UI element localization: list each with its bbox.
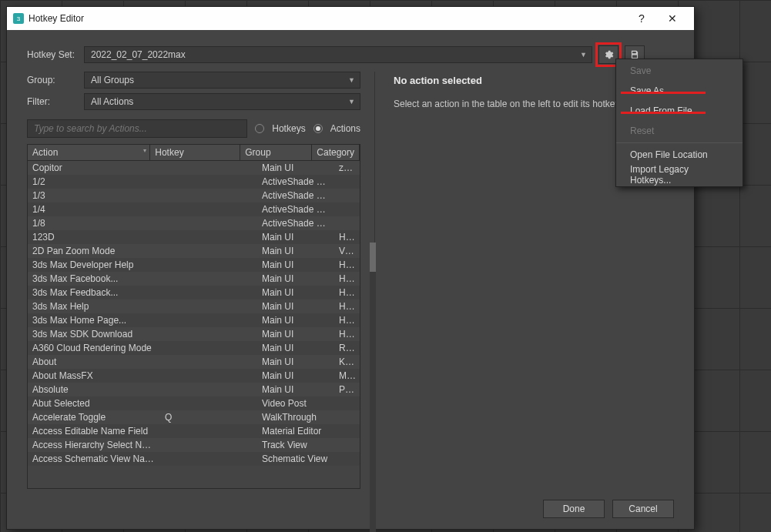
done-button[interactable]: Done (543, 500, 605, 518)
menu-separator (616, 142, 743, 143)
cell-group: ActiveShade Fra... (257, 190, 334, 201)
table-header: Action▾ Hotkey Group Category (28, 145, 360, 161)
actions-radio[interactable] (313, 124, 323, 133)
cell-category: Help (334, 232, 360, 243)
cell-action: 1/2 (28, 176, 160, 187)
menu-save-as[interactable]: Save As... (616, 81, 743, 101)
table-row[interactable]: Abut SelectedVideo Post (28, 396, 360, 410)
col-group[interactable]: Group (240, 145, 312, 160)
cell-category: MassFX (334, 370, 360, 381)
cell-group: Main UI (257, 162, 334, 173)
table-row[interactable]: Access Hierarchy Select Name FieldTrack … (28, 438, 360, 452)
cell-action: 3ds Max Help (28, 301, 160, 312)
cell-action: Access Editable Name Field (28, 426, 160, 437)
filter-dropdown[interactable]: All Actions ▼ (84, 93, 360, 110)
menu-open-file-location[interactable]: Open File Location (616, 145, 743, 165)
close-button[interactable]: ✕ (657, 12, 688, 25)
group-dropdown[interactable]: All Groups ▼ (84, 72, 360, 89)
table-row[interactable]: AboutMain UIKstudio (28, 355, 360, 369)
cell-action: 1/3 (28, 190, 160, 201)
table-row[interactable]: 3ds Max Home Page...Main UIHelp (28, 313, 360, 327)
sort-icon: ▾ (143, 147, 146, 154)
hotkeys-radio-label: Hotkeys (272, 123, 305, 134)
table-row[interactable]: Accelerate ToggleQWalkThrough (28, 410, 360, 424)
cell-action: 123D (28, 232, 160, 243)
hotkey-set-dropdown[interactable]: 2022_02_07_2022max ▼ (84, 46, 592, 63)
cell-action: About (28, 356, 160, 367)
cell-action: 3ds Max Developer Help (28, 259, 160, 270)
table-body[interactable]: CopitorMain UIzOffTy To1/2ActiveShade Fr… (28, 161, 360, 488)
cell-group: ActiveShade Fra... (257, 176, 334, 187)
filter-value: All Actions (91, 96, 133, 107)
table-row[interactable]: 1/3ActiveShade Fra... (28, 189, 360, 202)
cell-action: Access Hierarchy Select Name Field (28, 440, 160, 450)
cell-group: ActiveShade Fra... (257, 218, 334, 229)
cell-action: Copitor (28, 162, 160, 173)
cell-category: Help (334, 273, 360, 284)
table-row[interactable]: 1/2ActiveShade Fra... (28, 175, 360, 189)
cancel-button[interactable]: Cancel (612, 500, 674, 518)
red-underline-annotation (621, 92, 706, 94)
cell-group: Main UI (257, 301, 334, 312)
cell-category: Help (334, 259, 360, 270)
table-row[interactable]: A360 Cloud Rendering ModeMain UIRender (28, 341, 360, 355)
col-category[interactable]: Category (312, 145, 360, 160)
cell-group: ActiveShade Fra... (257, 204, 334, 215)
cell-group: Main UI (257, 343, 334, 353)
cell-action: 1/4 (28, 204, 160, 215)
group-value: All Groups (91, 75, 134, 85)
cell-group: Main UI (257, 287, 334, 298)
help-button[interactable]: ? (626, 12, 657, 25)
cell-group: WalkThrough (257, 412, 334, 423)
app-icon: 3 (13, 13, 24, 24)
hotkeys-radio[interactable] (255, 124, 264, 133)
table-row[interactable]: 1/4ActiveShade Fra... (28, 202, 360, 216)
cell-category: Parameter (334, 384, 360, 395)
filter-label: Filter: (27, 96, 78, 107)
table-row[interactable]: Access Editable Name FieldMaterial Edito… (28, 424, 360, 438)
menu-reset: Reset (616, 121, 743, 141)
table-row[interactable]: 3ds Max Developer HelpMain UIHelp (28, 258, 360, 272)
table-row[interactable]: 1/8ActiveShade Fra... (28, 216, 360, 230)
table-row[interactable]: 2D Pan Zoom ModeMain UIViews (28, 244, 360, 258)
table-row[interactable]: 3ds Max Facebook...Main UIHelp (28, 272, 360, 286)
cell-action: About MassFX (28, 370, 160, 381)
search-input[interactable] (27, 119, 247, 138)
table-row[interactable]: Access Schematic View Name FieldSchemati… (28, 452, 360, 466)
hotkey-set-value: 2022_02_07_2022max (91, 49, 186, 60)
col-action[interactable]: Action▾ (28, 145, 150, 160)
cell-group: Video Post (257, 398, 334, 409)
table-row[interactable]: 3ds Max SDK DownloadMain UIHelp (28, 327, 360, 341)
window-title: Hotkey Editor (28, 13, 626, 24)
cell-group: Material Editor (257, 426, 334, 437)
hotkey-set-label: Hotkey Set: (27, 49, 78, 60)
cell-action: 3ds Max Home Page... (28, 315, 160, 326)
cell-action: 3ds Max Facebook... (28, 273, 160, 284)
table-row[interactable]: CopitorMain UIzOffTy To (28, 161, 360, 175)
actions-radio-label: Actions (330, 123, 360, 134)
cell-category: Kstudio (334, 356, 360, 367)
cell-group: Main UI (257, 370, 334, 381)
table-row[interactable]: 3ds Max Feedback...Main UIHelp (28, 286, 360, 299)
table-row[interactable]: 123DMain UIHelp (28, 230, 360, 244)
menu-import-legacy[interactable]: Import Legacy Hotkeys... (616, 165, 743, 185)
cell-group: Main UI (257, 356, 334, 367)
cell-hotkey: Q (160, 412, 257, 423)
cell-category: Render (334, 343, 360, 353)
chevron-down-icon: ▼ (348, 98, 355, 105)
actions-table: Action▾ Hotkey Group Category CopitorMai… (27, 144, 360, 489)
cell-action: 1/8 (28, 218, 160, 229)
cell-category: Help (334, 329, 360, 340)
hotkey-editor-dialog: 3 Hotkey Editor ? ✕ Hotkey Set: 2022_02_… (6, 6, 695, 530)
cell-group: Main UI (257, 315, 334, 326)
cell-group: Schematic View (257, 453, 334, 464)
cell-group: Main UI (257, 232, 334, 243)
col-hotkey[interactable]: Hotkey (150, 145, 240, 160)
cell-category: zOffTy To (334, 162, 360, 173)
menu-load-from-file[interactable]: Load From File... (616, 101, 743, 121)
cell-action: 3ds Max SDK Download (28, 329, 160, 340)
table-row[interactable]: About MassFXMain UIMassFX (28, 369, 360, 383)
cell-category: Help (334, 301, 360, 312)
table-row[interactable]: 3ds Max HelpMain UIHelp (28, 299, 360, 313)
table-row[interactable]: AbsoluteMain UIParameter (28, 383, 360, 396)
